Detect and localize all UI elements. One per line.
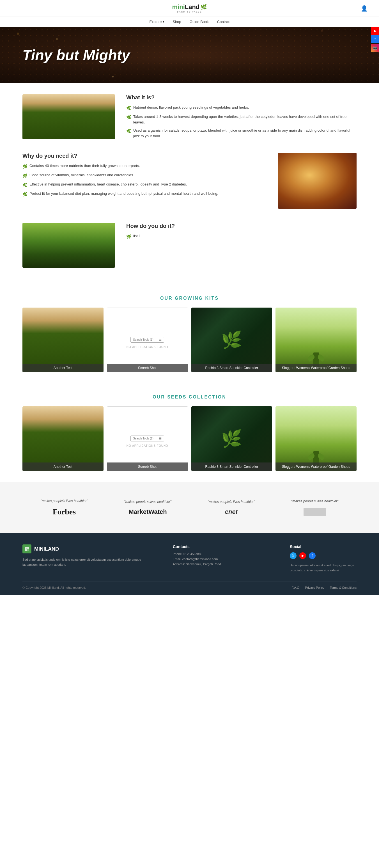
bullet-leaf-icon: 🌿 [23, 164, 27, 169]
svg-rect-1 [27, 547, 29, 549]
faq-link[interactable]: F.A.Q [292, 586, 299, 589]
seeds-collection-title: OUR SEEDS COLLECTION [23, 395, 356, 400]
press-item-marketwatch: "makes people's lives healthier" MarketW… [106, 494, 190, 521]
footer-email: Email: contact@theminlinad.com [173, 557, 273, 561]
list-item: 🌿 Nutrient dense, flavored pack young se… [126, 105, 356, 111]
seed-card-label: Sloggers Women's Waterproof Garden Shoes [276, 463, 356, 471]
seed-card-sloggers[interactable]: Sloggers Women's Waterproof Garden Shoes [276, 406, 356, 471]
press-quote: "makes people's lives healthier" [124, 500, 171, 504]
bullet-leaf-icon: 🌿 [126, 128, 131, 138]
nav-item-explore[interactable]: Explore ▾ [149, 20, 164, 24]
list-item: 🌿 Good source of vitamins, minerals, ant… [23, 172, 267, 179]
footer: MINILAND Sed ut perspiciatis unde omnis … [0, 533, 379, 595]
list-item: 🌿 Takes around 1-3 weeks to harvest depe… [126, 114, 356, 125]
press-quote: "makes people's lives healthier" [41, 499, 88, 503]
chevron-down-icon: ▾ [163, 20, 164, 23]
bullet-text: list 1 [133, 233, 141, 240]
hero-section: Tiny but Mighty ▶ f 📷 [0, 27, 379, 83]
cnet-logo: cnet [225, 508, 238, 516]
kits-grid: Another Test Search Tools (1) ☰ NO APPLI… [23, 308, 356, 372]
hero-title: Tiny but Mighty [0, 46, 130, 63]
why-section: Why do you need it? 🌿 Contains 40 times … [0, 153, 379, 223]
how-to-do-image [23, 223, 115, 268]
footer-contacts-heading: Contacts [173, 545, 273, 549]
twitter-icon[interactable]: 𝕏 [290, 552, 296, 559]
press-item-cnet: "makes people's lives healthier" cnet [190, 494, 273, 521]
footer-brand-desc: Sed ut perspiciatis unde omnis iste natu… [23, 557, 156, 567]
why-heading: Why do you need it? [23, 153, 267, 159]
bullet-text: Good source of vitamins, minerals, antio… [29, 172, 134, 179]
footer-bottom: © Copyright 2023 Miniland. All rights re… [23, 582, 356, 589]
seed-card-rachio[interactable]: 🌿 Rachio 3 Smart Sprinkler Controller [191, 406, 273, 471]
seed-card-image: Search Tools (1) ☰ NO APPLICATIONS FOUND [107, 406, 188, 471]
how-to-do-heading: How do you do it? [126, 223, 175, 229]
press-grid: "makes people's lives healthier" Forbes … [23, 493, 356, 522]
footer-social: Social 𝕏 ▶ f Bacon ipsum dolor amet shor… [290, 545, 356, 573]
privacy-policy-link[interactable]: Privacy Policy [305, 586, 324, 589]
footer-logo: MINILAND [23, 545, 156, 553]
other-logo [304, 508, 326, 516]
kit-card-another-test[interactable]: Another Test [23, 308, 103, 372]
svg-rect-0 [25, 547, 27, 549]
search-bar[interactable]: Search Tools (1) ☰ [130, 337, 164, 343]
bullet-text: Perfect fit for your balanced diet plan,… [29, 191, 218, 197]
kit-card-image: 🌿 [191, 308, 273, 372]
footer-brand-name: MINILAND [34, 546, 59, 552]
footer-social-heading: Social [290, 545, 356, 549]
bullet-text: Contains 40 times more nutrients than th… [29, 163, 140, 169]
logo-leaf-icon: 🌿 [200, 4, 207, 10]
user-account-icon[interactable]: 👤 [361, 5, 368, 12]
kit-card-label: Screeb Shot [107, 364, 188, 372]
what-it-is-heading: What it is? [126, 94, 356, 101]
how-to-do-list: 🌿 list 1 [126, 233, 175, 240]
footer-phone: Phone: 01234567889 [173, 552, 273, 556]
kit-card-image [23, 308, 103, 372]
kit-card-label: Sloggers Women's Waterproof Garden Shoes [276, 364, 356, 372]
header: miniLand 🌿 FARM TO TABLE 👤 [0, 0, 379, 17]
no-apps-text: NO APPLICATIONS FOUND [127, 345, 168, 348]
youtube-social-icon[interactable]: ▶ [371, 27, 379, 35]
seed-card-another-test[interactable]: Another Test [23, 406, 103, 471]
footer-links: F.A.Q Privacy Policy Terms & Conditions [292, 586, 356, 589]
seeds-collection-section: OUR SEEDS COLLECTION Another Test Search… [0, 383, 379, 482]
bullet-leaf-icon: 🌿 [23, 173, 27, 179]
kit-card-label: Rachio 3 Smart Sprinkler Controller [191, 364, 273, 372]
search-bar[interactable]: Search Tools (1) ☰ [130, 436, 164, 441]
svg-rect-3 [27, 549, 29, 551]
bullet-text: Used as a garnish for salads, soups, or … [133, 128, 356, 138]
instagram-social-icon[interactable]: 📷 [371, 44, 379, 52]
bullet-leaf-icon: 🌿 [126, 234, 131, 240]
logo-text: miniLand [172, 3, 200, 11]
nav-item-contact[interactable]: Contact [217, 20, 230, 24]
nav-item-shop[interactable]: Shop [172, 20, 181, 24]
kit-card-image [276, 308, 356, 372]
press-item-forbes: "makes people's lives healthier" Forbes [23, 493, 106, 522]
list-item: 🌿 list 1 [126, 233, 175, 240]
footer-top: MINILAND Sed ut perspiciatis unde omnis … [23, 545, 356, 582]
kit-card-label: Another Test [23, 364, 103, 372]
bullet-text: Nutrient dense, flavored pack young seed… [133, 105, 249, 111]
kit-card-sloggers[interactable]: Sloggers Women's Waterproof Garden Shoes [276, 308, 356, 372]
footer-social-icons: 𝕏 ▶ f [290, 552, 356, 559]
logo[interactable]: miniLand 🌿 FARM TO TABLE [172, 3, 207, 13]
facebook-icon[interactable]: f [309, 552, 316, 559]
kit-card-rachio[interactable]: 🌿 Rachio 3 Smart Sprinkler Controller [191, 308, 273, 372]
seed-card-screeb-shot[interactable]: Search Tools (1) ☰ NO APPLICATIONS FOUND… [107, 406, 188, 471]
what-it-is-section: What it is? 🌿 Nutrient dense, flavored p… [0, 83, 379, 153]
what-it-is-image [23, 94, 115, 139]
no-apps-text: NO APPLICATIONS FOUND [127, 444, 168, 447]
facebook-social-icon[interactable]: f [371, 35, 379, 43]
footer-contacts: Contacts Phone: 01234567889 Email: conta… [173, 545, 273, 573]
why-image [278, 153, 356, 209]
how-to-do-section: How do you do it? 🌿 list 1 [0, 223, 379, 285]
footer-logo-icon [23, 545, 31, 553]
kit-card-screeb-shot[interactable]: Search Tools (1) ☰ NO APPLICATIONS FOUND… [107, 308, 188, 372]
youtube-icon[interactable]: ▶ [299, 552, 306, 559]
why-list: 🌿 Contains 40 times more nutrients than … [23, 163, 267, 197]
nav-item-guidebook[interactable]: Guide Book [190, 20, 209, 24]
press-section: "makes people's lives healthier" Forbes … [0, 482, 379, 533]
why-content: Why do you need it? 🌿 Contains 40 times … [23, 153, 267, 200]
bullet-leaf-icon: 🌿 [126, 115, 131, 125]
seed-card-image [276, 406, 356, 471]
terms-conditions-link[interactable]: Terms & Conditions [330, 586, 356, 589]
